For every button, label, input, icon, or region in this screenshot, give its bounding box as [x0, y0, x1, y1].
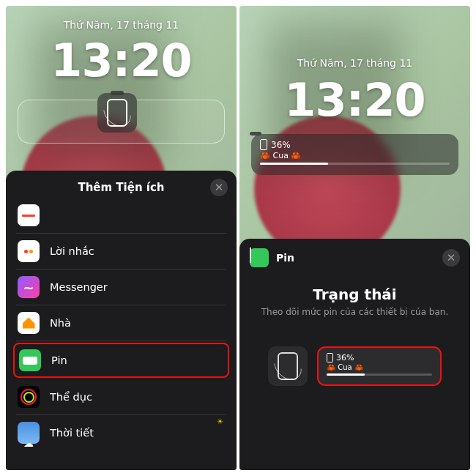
item-label: Nhà [50, 317, 71, 329]
phone-left: Thứ Năm, 17 tháng 11 13:20 Thêm Tiện ích… [6, 6, 237, 470]
list-item-messenger[interactable]: Messenger [16, 269, 226, 305]
list-item-weather[interactable]: Thời tiết [16, 415, 226, 450]
list-item-reminders[interactable]: Lời nhắc [16, 234, 226, 269]
widget-preview-wide-highlighted[interactable]: 36% 🦀 Cua 🦀 [317, 346, 442, 386]
lock-time: 13:20 [6, 34, 237, 87]
item-label: Messenger [50, 281, 108, 293]
sheet-title: Thêm Tiện ích [78, 181, 164, 194]
remove-widget-handle[interactable] [250, 132, 261, 135]
battery-widget[interactable]: 36% 🦀 Cua 🦀 [251, 134, 458, 175]
lock-time: 13:20 [239, 73, 470, 127]
preview-percent: 36% [327, 353, 432, 362]
close-button[interactable]: ✕ [210, 179, 228, 196]
item-label: Thời tiết [50, 427, 94, 439]
widget-previews: 36% 🦀 Cua 🦀 [239, 326, 470, 393]
widget-preview-square[interactable] [268, 346, 308, 386]
preview-device: 🦀 Cua 🦀 [327, 363, 432, 371]
list-item-home[interactable]: Nhà [16, 305, 226, 341]
sheet-header: Thêm Tiện ích ✕ [6, 171, 237, 204]
calendar-icon [18, 204, 40, 226]
detail-subtitle: Theo dõi mức pin của các thiết bị của bạ… [257, 307, 453, 317]
item-label: Pin [51, 354, 67, 366]
widget-empty-slot[interactable] [18, 100, 225, 144]
battery-percent: 36% [260, 139, 450, 150]
home-icon [18, 312, 40, 334]
add-widget-sheet: Thêm Tiện ích ✕ Lời nhắc Messenger Nhà P… [6, 171, 237, 470]
device-name: 🦀 Cua 🦀 [260, 151, 450, 160]
sheet-header: Pin ✕ [239, 239, 470, 277]
list-item-fitness[interactable]: Thể dục [16, 379, 226, 415]
sheet-description: Trạng thái Theo dõi mức pin của các thiế… [239, 277, 470, 326]
battery-icon [19, 349, 41, 371]
widget-phone-icon[interactable] [97, 93, 137, 133]
fitness-icon [18, 386, 40, 408]
messenger-icon [18, 276, 40, 298]
item-label: Lời nhắc [50, 245, 94, 257]
phone-icon [278, 352, 298, 380]
preview-bar [327, 373, 432, 376]
close-button[interactable]: ✕ [442, 249, 460, 267]
lock-date: Thứ Năm, 17 tháng 11 [6, 19, 237, 31]
item-label: Thể dục [50, 391, 92, 403]
reminders-icon [18, 240, 40, 262]
detail-title: Trạng thái [257, 286, 453, 303]
battery-bar [260, 163, 450, 165]
lock-date: Thứ Năm, 17 tháng 11 [239, 57, 470, 69]
list-item-battery-highlighted[interactable]: Pin [13, 343, 229, 378]
widget-app-list: Lời nhắc Messenger Nhà Pin Thể dục Thời … [6, 204, 237, 450]
sheet-app-name: Pin [276, 252, 294, 264]
list-item[interactable] [16, 204, 226, 234]
battery-detail-sheet: Pin ✕ Trạng thái Theo dõi mức pin của cá… [239, 239, 470, 470]
weather-icon [18, 422, 40, 444]
phone-right: Thứ Năm, 17 tháng 11 13:20 36% 🦀 Cua 🦀 P… [239, 6, 470, 470]
battery-icon [250, 248, 269, 267]
